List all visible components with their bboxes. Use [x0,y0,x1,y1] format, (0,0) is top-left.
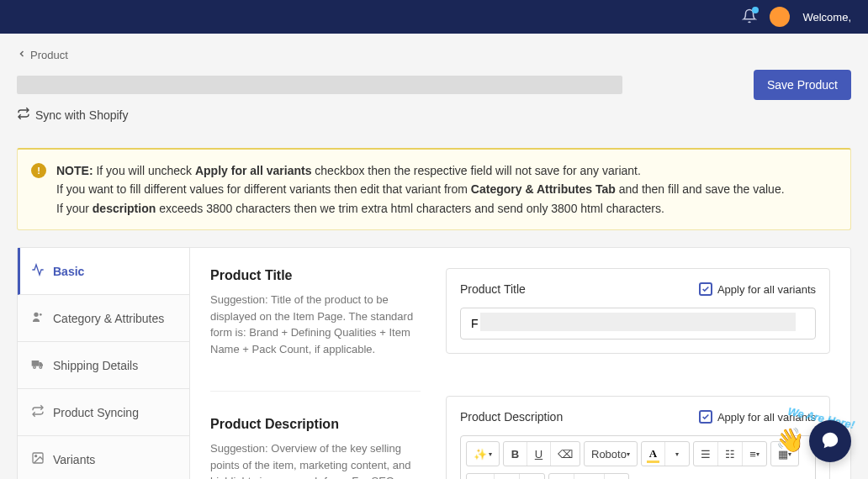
underline-icon: U [535,448,542,461]
warning-icon: ! [31,163,46,178]
text-color-button[interactable]: A [642,442,665,466]
unordered-list-button[interactable]: ☰ [694,442,718,466]
truck-icon [31,357,45,373]
chat-icon [821,431,839,452]
svg-point-6 [35,455,37,457]
tab-shipping-details[interactable]: Shipping Details [18,342,189,389]
svg-point-0 [34,313,38,317]
breadcrumb-back[interactable]: Product [17,49,851,61]
tab-variants[interactable]: Variants [18,436,189,479]
section-desc-product-title: Suggestion: Title of the product to be d… [210,292,421,357]
section-title-product-title: Product Title [210,268,421,283]
text-color-dropdown[interactable]: ▾ [665,442,689,466]
section-title-product-description: Product Description [210,417,421,432]
tab-label: Variants [53,453,95,466]
svg-point-3 [34,366,36,369]
caret-icon: ▾ [627,450,630,458]
page-title [17,76,622,94]
bell-icon [742,13,757,26]
divider [210,391,421,392]
field-label-product-title: Product Title [460,282,526,296]
tab-product-syncing[interactable]: Product Syncing [18,389,189,436]
chat-button[interactable] [809,420,851,462]
align-icon: ≡ [749,448,756,461]
person-icon [31,310,45,326]
tab-label: Product Syncing [53,406,139,419]
svg-point-4 [40,366,42,369]
image-button[interactable]: 🖼 [495,474,520,479]
tab-label: Category & Attributes [53,312,164,325]
save-product-button[interactable]: Save Product [754,70,851,100]
notifications-button[interactable] [742,8,757,26]
tab-label: Basic [53,265,84,278]
align-button[interactable]: ≡▾ [743,442,766,466]
tab-label: Shipping Details [53,359,138,372]
sync-shopify-button[interactable]: Sync with Shopify [17,107,851,123]
help-button[interactable]: ? [605,474,628,479]
sync-icon [17,107,30,123]
caret-icon: ▾ [756,450,760,458]
fullscreen-button[interactable]: ⛶ [549,474,574,479]
note-banner: ! NOTE: If you will uncheck Apply for al… [17,148,851,230]
tab-basic[interactable]: Basic [18,248,189,295]
erase-button[interactable]: ⌫ [551,442,580,466]
section-desc-product-description: Suggestion: Overview of the key selling … [210,440,421,479]
notification-dot [752,7,759,13]
svg-point-1 [40,313,42,316]
underline-button[interactable]: U [527,442,551,466]
image-icon [31,451,45,467]
font-select[interactable]: Roboto ▾ [585,442,637,466]
apply-all-variants-checkbox-title[interactable] [699,282,712,296]
apply-all-variants-checkbox-description[interactable] [699,410,712,424]
eraser-icon: ⌫ [558,448,573,461]
tab-category-attributes[interactable]: Category & Attributes [18,295,189,342]
link-button[interactable]: 🔗 [467,474,495,479]
code-view-button[interactable]: </> [574,474,605,479]
caret-icon: ▾ [675,450,679,458]
wave-icon: 👋 [775,426,805,454]
ol-icon: ☷ [725,448,735,461]
bold-button[interactable]: B [504,442,527,466]
sync-icon [31,404,45,420]
avatar[interactable] [770,7,790,27]
caret-icon: ▾ [489,450,492,458]
pulse-icon [31,263,45,279]
field-label-product-description: Product Description [460,410,563,424]
redacted-value [480,313,796,331]
svg-rect-2 [32,361,40,366]
bold-icon: B [511,448,519,461]
note-text: NOTE: If you will uncheck Apply for all … [56,161,785,218]
editor-toolbar: ✨▾ B U ⌫ Roboto ▾ A ▾ [460,435,816,479]
ordered-list-button[interactable]: ☷ [718,442,743,466]
breadcrumb-label: Product [30,49,68,61]
ul-icon: ☰ [701,448,711,461]
apply-label: Apply for all variants [717,283,816,296]
chevron-left-icon [17,49,27,61]
video-button[interactable]: ▬ [520,474,544,479]
wand-icon: ✨ [474,448,487,461]
magic-wand-button[interactable]: ✨▾ [467,442,499,466]
welcome-text: Welcome, [802,11,851,24]
sync-label: Sync with Shopify [35,108,129,122]
